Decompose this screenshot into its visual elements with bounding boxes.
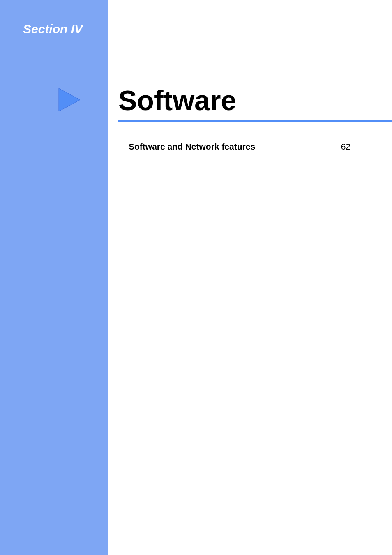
toc-item-title: Software and Network features xyxy=(129,142,255,152)
toc-row[interactable]: Software and Network features 62 xyxy=(129,142,350,152)
toc-item-page: 62 xyxy=(341,142,350,152)
page-title: Software xyxy=(118,84,236,116)
svg-marker-0 xyxy=(59,88,80,111)
sidebar xyxy=(0,0,108,555)
triangle-icon xyxy=(55,85,84,115)
section-label: Section IV xyxy=(23,22,83,36)
title-underline xyxy=(118,120,392,122)
